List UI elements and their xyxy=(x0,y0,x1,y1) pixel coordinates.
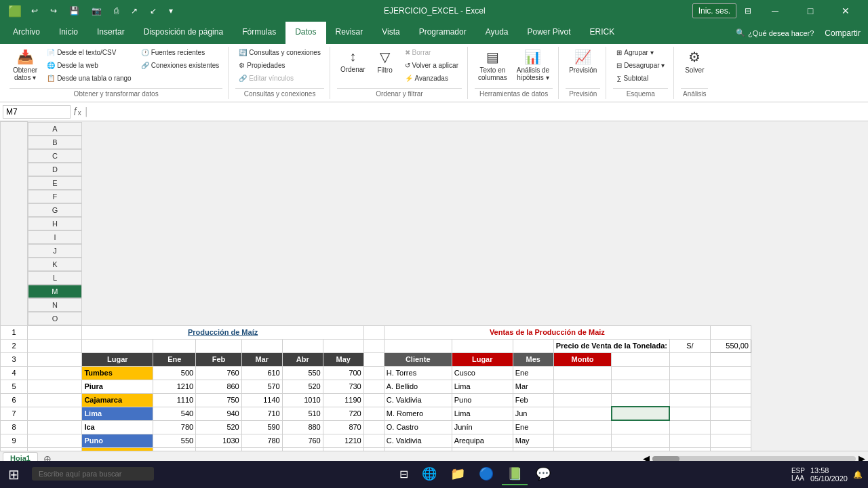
taskbar-teams[interactable]: 💬 xyxy=(530,464,556,485)
cell-k9[interactable]: May xyxy=(513,434,553,447)
cell-j5[interactable]: Lima xyxy=(452,380,513,393)
cell-l6[interactable] xyxy=(553,393,612,407)
btn-web[interactable]: 🌐 Desde la web xyxy=(43,60,135,71)
cell-a4[interactable] xyxy=(28,366,82,380)
cell-n4[interactable] xyxy=(669,366,710,380)
cell-a5[interactable] xyxy=(28,380,82,393)
cell-m8[interactable] xyxy=(612,420,670,434)
row-9[interactable]: 9 xyxy=(1,434,28,447)
cell-a6[interactable] xyxy=(28,393,82,407)
cell-i9[interactable]: C. Valdivia xyxy=(384,434,452,447)
search-input[interactable] xyxy=(32,467,154,481)
ribbon-display-btn[interactable]: ⊟ xyxy=(741,5,755,17)
cell-n7[interactable] xyxy=(669,407,710,420)
cell-j2[interactable] xyxy=(452,339,513,352)
btn-avanzadas[interactable]: ⚡ Avanzadas xyxy=(401,73,462,84)
cell-d9[interactable]: 1030 xyxy=(196,434,242,447)
cell-g4[interactable]: 700 xyxy=(323,366,363,380)
taskbar-chrome[interactable]: 🔵 xyxy=(473,464,499,485)
cell-c8[interactable]: 780 xyxy=(153,420,196,434)
cell-b8[interactable]: Ica xyxy=(82,420,153,434)
col-j[interactable]: J xyxy=(28,244,82,258)
taskbar-notification[interactable]: 🔔 xyxy=(853,470,863,479)
tab-programador[interactable]: Programador xyxy=(410,22,476,44)
cell-d5[interactable]: 860 xyxy=(196,380,242,393)
cell-g9[interactable]: 1210 xyxy=(323,434,363,447)
cell-g6[interactable]: 1190 xyxy=(323,393,363,407)
col-l[interactable]: L xyxy=(28,271,82,285)
col-b[interactable]: B xyxy=(28,136,82,149)
cell-d7[interactable]: 940 xyxy=(196,407,242,420)
cell-j6[interactable]: Puno xyxy=(452,393,513,407)
cell-j9[interactable]: Arequipa xyxy=(452,434,513,447)
btn-obtener-datos[interactable]: 📥 Obtener datos ▾ xyxy=(9,47,41,83)
col-a[interactable]: A xyxy=(28,122,82,136)
cell-n9[interactable] xyxy=(669,434,710,447)
cell-m6[interactable] xyxy=(612,393,670,407)
btn-texto-columnas[interactable]: ▤ Texto en columnas xyxy=(475,47,511,83)
cell-j7[interactable]: Lima xyxy=(452,407,513,420)
cell-g7[interactable]: 720 xyxy=(323,407,363,420)
tab-insertar[interactable]: Insertar xyxy=(87,22,134,44)
cell-f4[interactable]: 550 xyxy=(282,366,323,380)
cell-m9[interactable] xyxy=(612,434,670,447)
cell-e8[interactable]: 590 xyxy=(241,420,282,434)
btn-borrar[interactable]: ✖ Borrar xyxy=(401,47,462,58)
cell-e6[interactable]: 1140 xyxy=(241,393,282,407)
col-o[interactable]: O xyxy=(28,312,82,325)
cell-h2[interactable] xyxy=(363,339,384,352)
cell-i2[interactable] xyxy=(384,339,452,352)
cell-l8[interactable] xyxy=(553,420,612,434)
cell-f6[interactable]: 1010 xyxy=(282,393,323,407)
cell-i6[interactable]: C. Valdivia xyxy=(384,393,452,407)
cell-i8[interactable]: O. Castro xyxy=(384,420,452,434)
row-8[interactable]: 8 xyxy=(1,420,28,434)
cell-f8[interactable]: 880 xyxy=(282,420,323,434)
row-6[interactable]: 6 xyxy=(1,393,28,407)
cell-l7[interactable] xyxy=(553,407,612,420)
cell-c2[interactable] xyxy=(153,339,196,352)
tab-powerpivot[interactable]: Power Pivot xyxy=(518,22,580,44)
cell-o4[interactable] xyxy=(710,366,751,380)
cell-c9[interactable]: 550 xyxy=(153,434,196,447)
btn-filtro[interactable]: ▽ Filtro xyxy=(372,47,399,76)
cell-a3[interactable] xyxy=(28,352,82,366)
col-g[interactable]: G xyxy=(28,203,82,217)
cell-o5[interactable] xyxy=(710,380,751,393)
cell-i4[interactable]: H. Torres xyxy=(384,366,452,380)
btn-consultas-conexiones[interactable]: 🔄 Consultas y conexiones xyxy=(235,47,324,58)
cell-n2[interactable]: S/ xyxy=(669,339,710,352)
taskbar-search[interactable] xyxy=(26,464,159,485)
btn-prevision[interactable]: 📈 Previsión xyxy=(566,47,600,76)
btn-editar-vinculos[interactable]: 🔗 Editar vínculos xyxy=(235,73,324,84)
cell-f2[interactable] xyxy=(282,339,323,352)
cell-h5[interactable] xyxy=(363,380,384,393)
cell-d4[interactable]: 760 xyxy=(196,366,242,380)
cell-b1[interactable]: Producción de Maíz xyxy=(82,325,363,339)
cell-l4[interactable] xyxy=(553,366,612,380)
cell-i1[interactable]: Ventas de la Producción de Maiz xyxy=(384,325,710,339)
taskbar-explorer[interactable]: 📁 xyxy=(445,464,471,485)
cell-d6[interactable]: 750 xyxy=(196,393,242,407)
cell-h8[interactable] xyxy=(363,420,384,434)
grid-wrapper[interactable]: A B C D E F G H I J K L M N O xyxy=(0,121,868,451)
cell-h4[interactable] xyxy=(363,366,384,380)
cell-o1[interactable] xyxy=(710,325,751,339)
cell-o8[interactable] xyxy=(710,420,751,434)
cell-l3-header[interactable]: Monto xyxy=(553,352,612,366)
cell-o6[interactable] xyxy=(710,393,751,407)
cell-g2[interactable] xyxy=(323,339,363,352)
cell-lm2[interactable]: Precio de Venta de la Tonelada: xyxy=(553,339,669,352)
cell-h6[interactable] xyxy=(363,393,384,407)
cell-h3[interactable] xyxy=(363,352,384,366)
cell-o2[interactable]: 550,00 xyxy=(710,339,751,352)
cell-m3[interactable] xyxy=(612,352,670,366)
cell-c3-header[interactable]: Ene xyxy=(153,352,196,366)
cell-h9[interactable] xyxy=(363,434,384,447)
cell-a9[interactable] xyxy=(28,434,82,447)
cell-o7[interactable] xyxy=(710,407,751,420)
tab-archivo[interactable]: Archivo xyxy=(3,22,50,44)
cell-g5[interactable]: 730 xyxy=(323,380,363,393)
start-button[interactable]: ⊞ xyxy=(5,464,22,485)
close-btn[interactable]: ✕ xyxy=(830,0,861,22)
